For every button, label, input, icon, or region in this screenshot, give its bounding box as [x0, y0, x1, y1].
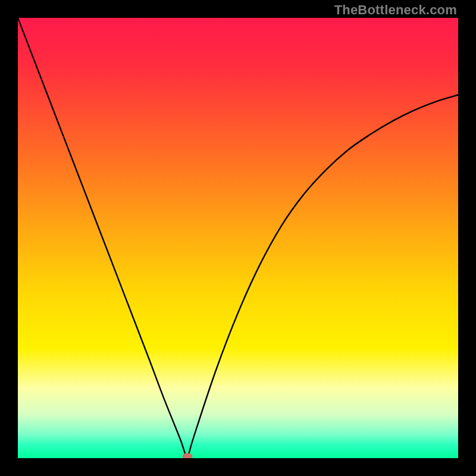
- watermark-text: TheBottleneck.com: [334, 2, 457, 18]
- chart-frame: TheBottleneck.com: [0, 0, 476, 476]
- bottleneck-curve: [18, 18, 458, 458]
- plot-area: [18, 18, 458, 458]
- minimum-marker: [182, 453, 192, 459]
